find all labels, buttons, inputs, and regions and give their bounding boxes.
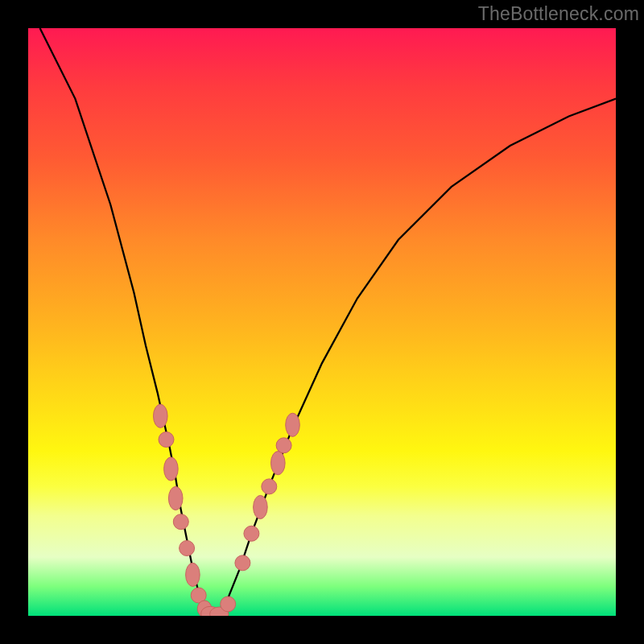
- chart-frame: TheBottleneck.com: [0, 0, 644, 644]
- marker-group: [154, 404, 300, 616]
- bottleneck-curve: [40, 28, 616, 616]
- marker-circle: [173, 514, 188, 530]
- marker-ellipse: [168, 486, 183, 510]
- marker-ellipse: [254, 495, 268, 518]
- marker-circle: [276, 438, 291, 453]
- chart-svg: [28, 28, 616, 616]
- marker-ellipse: [286, 413, 300, 436]
- marker-ellipse: [186, 563, 200, 586]
- marker-ellipse: [164, 457, 179, 481]
- marker-circle: [159, 432, 174, 448]
- marker-circle: [221, 597, 236, 612]
- watermark-label: TheBottleneck.com: [478, 3, 639, 25]
- marker-circle: [235, 555, 250, 571]
- marker-circle: [180, 541, 195, 556]
- marker-circle: [244, 526, 259, 541]
- marker-circle: [262, 479, 277, 494]
- marker-ellipse: [154, 404, 168, 427]
- marker-ellipse: [271, 452, 286, 475]
- plot-area: [28, 28, 616, 616]
